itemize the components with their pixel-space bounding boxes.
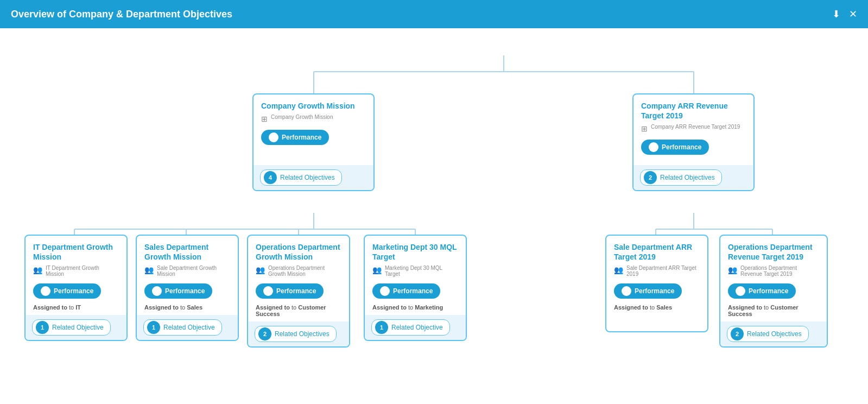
card-footer: 2 Related Objectives xyxy=(633,165,753,190)
card-title: IT Department Growth Mission xyxy=(33,242,119,262)
related-count: 4 xyxy=(264,171,277,184)
card-title: Company ARR Revenue Target 2019 xyxy=(641,101,746,121)
company-icon: ⊞ xyxy=(641,124,648,133)
related-objectives-button[interactable]: 4 Related Objectives xyxy=(260,169,342,186)
performance-button[interactable]: Performance xyxy=(372,283,440,299)
related-count: 2 xyxy=(731,327,744,340)
related-objectives-button[interactable]: 2 Related Objectives xyxy=(640,169,722,186)
card-ops-dept: Operations Department Growth Mission 👥 O… xyxy=(247,235,350,348)
dept-icon: 👥 xyxy=(728,266,737,274)
related-objectives-button[interactable]: 2 Related Objectives xyxy=(255,326,337,342)
related-count: 2 xyxy=(258,327,271,340)
main-content: Company Growth Mission ⊞ Company Growth … xyxy=(0,28,868,404)
dept-icon: 👥 xyxy=(144,266,154,274)
card-sale-arr: Sale Department ARR Target 2019 👥 Sale D… xyxy=(605,235,708,332)
card-title: Operations Department Growth Mission xyxy=(256,242,341,262)
card-footer: 4 Related Objectives xyxy=(254,165,373,190)
header-actions: ⬇ ✕ xyxy=(832,8,857,20)
card-subtitle: 👥 Sale Department Growth Mission xyxy=(144,265,230,277)
card-subtitle: 👥 Operations Department Revenue Target 2… xyxy=(728,265,819,277)
card-footer: 2 Related Objectives xyxy=(720,321,827,346)
related-objectives-button[interactable]: 2 Related Objectives xyxy=(727,326,809,342)
download-icon[interactable]: ⬇ xyxy=(832,8,840,20)
card-footer: 1 Related Objective xyxy=(365,315,466,340)
page-title: Overview of Company & Department Objecti… xyxy=(11,9,232,20)
card-title: Sale Department ARR Target 2019 xyxy=(614,242,700,262)
card-title: Marketing Dept 30 MQL Target xyxy=(372,242,458,262)
related-objective-button[interactable]: 1 Related Objective xyxy=(371,319,450,336)
company-icon: ⊞ xyxy=(261,115,268,123)
related-count: 2 xyxy=(644,171,657,184)
tree-diagram: Company Growth Mission ⊞ Company Growth … xyxy=(16,39,852,392)
related-objective-button[interactable]: 1 Related Objective xyxy=(32,319,111,336)
related-count: 1 xyxy=(36,321,49,334)
performance-button[interactable]: Performance xyxy=(33,283,101,299)
related-count: 1 xyxy=(375,321,388,334)
dept-icon: 👥 xyxy=(614,266,623,274)
assigned-text: Assigned to to Customer Success xyxy=(256,304,341,317)
assigned-text: Assigned to to IT xyxy=(33,304,119,311)
assigned-text: Assigned to to Marketing xyxy=(372,304,458,311)
card-it-dept: IT Department Growth Mission 👥 IT Depart… xyxy=(24,235,128,341)
assigned-text: Assigned to to Customer Success xyxy=(728,304,819,317)
card-subtitle: ⊞ Company Growth Mission xyxy=(261,114,366,123)
performance-button[interactable]: Performance xyxy=(261,130,329,145)
card-marketing-dept: Marketing Dept 30 MQL Target 👥 Marketing… xyxy=(364,235,467,341)
performance-button[interactable]: Performance xyxy=(728,283,796,299)
card-company-growth-mission: Company Growth Mission ⊞ Company Growth … xyxy=(252,93,375,191)
related-count: 1 xyxy=(147,321,160,334)
performance-button[interactable]: Performance xyxy=(641,140,709,155)
dept-icon: 👥 xyxy=(33,266,42,274)
close-icon[interactable]: ✕ xyxy=(849,8,857,20)
performance-button[interactable]: Performance xyxy=(256,283,324,299)
card-subtitle: 👥 Operations Department Growth Mission xyxy=(256,265,341,277)
assigned-text: Assigned to to Sales xyxy=(144,304,230,311)
card-footer: 2 Related Objectives xyxy=(248,321,349,346)
dept-icon: 👥 xyxy=(256,266,265,274)
header: Overview of Company & Department Objecti… xyxy=(0,0,868,28)
card-company-arr: Company ARR Revenue Target 2019 ⊞ Compan… xyxy=(632,93,755,191)
performance-button[interactable]: Performance xyxy=(144,283,212,299)
dept-icon: 👥 xyxy=(372,266,382,274)
card-footer: 1 Related Objective xyxy=(26,315,126,340)
assigned-text: Assigned to to Sales xyxy=(614,304,700,311)
related-objective-button[interactable]: 1 Related Objective xyxy=(143,319,222,336)
card-title: Company Growth Mission xyxy=(261,101,366,111)
card-subtitle: 👥 IT Department Growth Mission xyxy=(33,265,119,277)
performance-button[interactable]: Performance xyxy=(614,283,682,299)
card-footer: 1 Related Objective xyxy=(137,315,238,340)
card-subtitle: 👥 Marketing Dept 30 MQL Target xyxy=(372,265,458,277)
card-title: Sales Department Growth Mission xyxy=(144,242,230,262)
card-title: Operations Department Revenue Target 201… xyxy=(728,242,819,262)
card-subtitle: 👥 Sale Department ARR Target 2019 xyxy=(614,265,700,277)
card-subtitle: ⊞ Company ARR Revenue Target 2019 xyxy=(641,124,746,133)
card-sales-dept: Sales Department Growth Mission 👥 Sale D… xyxy=(136,235,239,341)
card-ops-revenue: Operations Department Revenue Target 201… xyxy=(719,235,828,348)
